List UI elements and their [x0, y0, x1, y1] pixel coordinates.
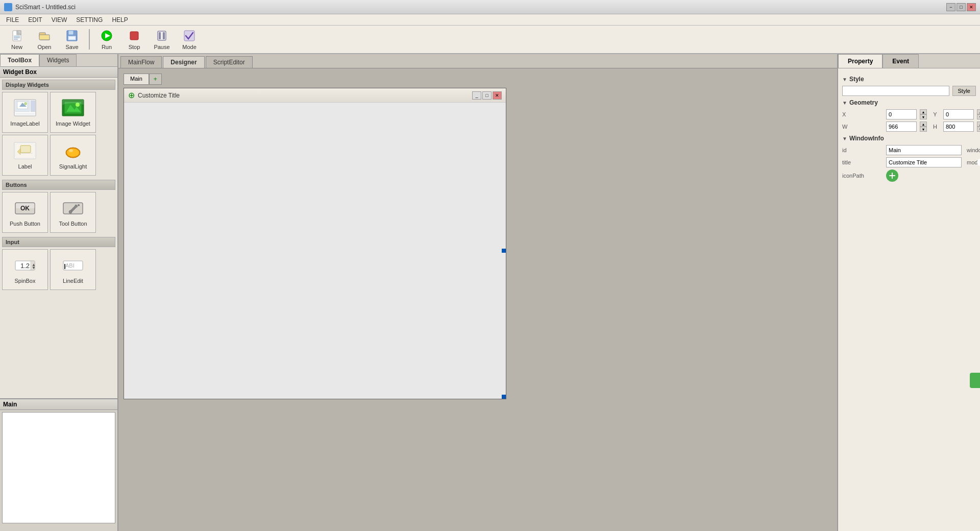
widget-list[interactable]: Display Widgets	[0, 78, 117, 398]
w-spin-up[interactable]: ▲	[920, 122, 927, 127]
y-input[interactable]	[943, 109, 974, 119]
widget-pushbutton[interactable]: OK Push Button	[2, 192, 48, 233]
stop-icon	[127, 29, 141, 43]
widget-spinbox[interactable]: 1.2 ▲ ▼ SpinBox	[2, 249, 48, 290]
svg-rect-16	[163, 32, 165, 39]
tab-property[interactable]: Property	[838, 54, 883, 68]
bottom-left-content	[2, 412, 115, 523]
canvas-close-button[interactable]: ✕	[493, 91, 502, 100]
resize-handle-rm[interactable]	[502, 249, 506, 253]
display-widgets-grid: ImageLabel Image Widget	[2, 92, 115, 176]
geometry-label: Geometry	[849, 99, 878, 106]
h-input[interactable]	[943, 122, 974, 132]
tab-event[interactable]: Event	[883, 54, 919, 68]
y-spin-down[interactable]: ▼	[977, 114, 980, 119]
imagelabel-icon	[13, 98, 37, 118]
save-button[interactable]: Save	[59, 27, 85, 52]
windowinfo-section-header: ▼ WindowInfo	[842, 135, 976, 142]
widget-imagelabel[interactable]: ImageLabel	[2, 92, 48, 133]
iconpath-label: iconPath	[842, 173, 883, 179]
widget-imagewidget[interactable]: Image Widget	[50, 92, 96, 133]
svg-rect-25	[31, 101, 36, 112]
menu-file[interactable]: FILE	[2, 15, 23, 25]
mode-icon	[182, 29, 197, 43]
tab-widgets[interactable]: Widgets	[39, 54, 77, 66]
y-spin-up[interactable]: ▲	[977, 109, 980, 114]
w-input[interactable]	[886, 122, 917, 132]
h-spin-up[interactable]: ▲	[977, 122, 980, 127]
tab-designer[interactable]: Designer	[163, 56, 204, 68]
canvas-titlebar: ⊕ Customize Title _ □ ✕	[124, 88, 506, 103]
right-tabs: Property Event	[838, 54, 980, 68]
svg-text:1.2: 1.2	[20, 262, 30, 270]
section-buttons[interactable]: Buttons	[2, 180, 115, 190]
windowinfo-arrow: ▼	[842, 136, 847, 141]
style-input[interactable]	[842, 86, 949, 96]
mode-button[interactable]: Mode	[177, 27, 202, 52]
pushbutton-name: Push Button	[10, 221, 40, 227]
svg-rect-3	[14, 36, 20, 37]
widget-signallight[interactable]: SignalLight	[50, 135, 96, 176]
svg-point-36	[67, 149, 79, 157]
menu-view[interactable]: VIEW	[47, 15, 71, 25]
windowinfo-label: WindowInfo	[849, 135, 884, 142]
id-input[interactable]	[886, 145, 962, 155]
lineedit-icon: ABI	[61, 255, 85, 276]
x-spin-down[interactable]: ▼	[920, 114, 927, 119]
canvas-title-text: Customize Title	[138, 92, 180, 99]
style-label: Style	[849, 76, 864, 83]
widget-toolbutton[interactable]: Tool Button	[50, 192, 96, 233]
canvas-maximize-button[interactable]: □	[482, 91, 492, 100]
svg-rect-5	[14, 39, 18, 40]
sub-tab-main[interactable]: Main	[124, 74, 149, 85]
run-button[interactable]: Run	[94, 27, 119, 52]
open-button[interactable]: Open	[32, 27, 57, 52]
label-name: Label	[18, 163, 32, 170]
maximize-button[interactable]: □	[957, 3, 966, 11]
svg-point-37	[69, 149, 73, 152]
minimize-button[interactable]: −	[946, 3, 955, 11]
w-spin: ▲ ▼	[920, 122, 927, 132]
section-input[interactable]: Input	[2, 237, 115, 247]
canvas-minimize-button[interactable]: _	[472, 91, 481, 100]
widget-lineedit[interactable]: ABI LineEdit	[50, 249, 96, 290]
style-section-header: ▼ Style	[842, 76, 976, 83]
resize-handle-br[interactable]	[502, 395, 506, 399]
pause-button[interactable]: Pause	[149, 27, 175, 52]
new-button[interactable]: New	[4, 27, 30, 52]
close-button[interactable]: ✕	[967, 3, 976, 11]
green-fab[interactable]	[970, 373, 980, 388]
style-row: Style	[842, 86, 976, 96]
tab-mainflow[interactable]: MainFlow	[120, 56, 162, 68]
section-display[interactable]: Display Widgets	[2, 80, 115, 90]
w-label: W	[842, 124, 883, 130]
tab-scripteditor[interactable]: ScriptEditor	[206, 56, 253, 68]
svg-rect-7	[39, 35, 50, 40]
input-widgets-grid: 1.2 ▲ ▼ SpinBox ABI	[2, 249, 115, 290]
stop-button[interactable]: Stop	[121, 27, 147, 52]
spinbox-icon: 1.2 ▲ ▼	[13, 255, 37, 276]
menu-edit[interactable]: EDIT	[24, 15, 46, 25]
title-row: title modal	[842, 157, 976, 167]
geometry-xy-row: X ▲ ▼ Y ▲ ▼	[842, 109, 976, 119]
tab-toolbox[interactable]: ToolBox	[0, 54, 39, 66]
x-input[interactable]	[886, 109, 917, 119]
menu-setting[interactable]: SETTING	[72, 15, 107, 25]
sub-tab-add-button[interactable]: +	[149, 74, 162, 85]
svg-text:▼: ▼	[32, 266, 36, 270]
w-spin-down[interactable]: ▼	[920, 127, 927, 132]
widget-label[interactable]: Label	[2, 135, 48, 176]
canvas-body[interactable]	[124, 103, 506, 399]
buttons-widgets-grid: OK Push Button	[2, 192, 115, 233]
menu-help[interactable]: HELP	[108, 15, 132, 25]
lineedit-name: LineEdit	[63, 278, 83, 284]
left-panel: ToolBox Widgets Widget Box Display Widge…	[0, 54, 118, 531]
h-spin-down[interactable]: ▼	[977, 127, 980, 132]
title-input[interactable]	[886, 157, 962, 167]
style-button[interactable]: Style	[952, 86, 976, 96]
svg-point-23	[24, 102, 27, 105]
x-spin-up[interactable]: ▲	[920, 109, 927, 114]
svg-rect-4	[14, 37, 20, 38]
imagewidget-name: Image Widget	[56, 120, 90, 127]
iconpath-button[interactable]	[886, 170, 898, 182]
